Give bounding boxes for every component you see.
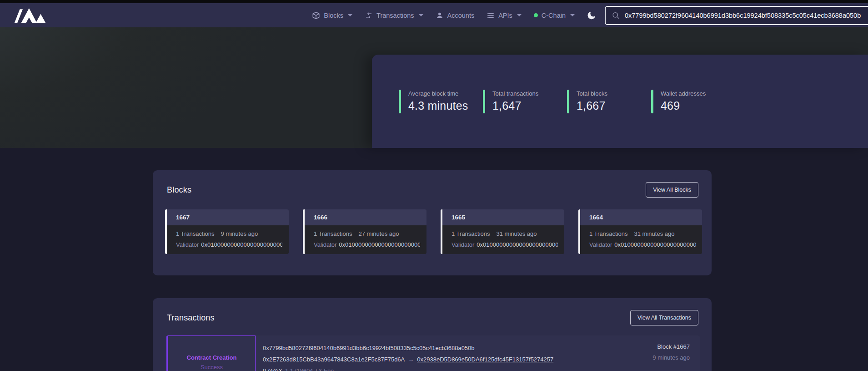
navbar: Blocks Transactions Accounts APIs [0, 3, 868, 27]
nav-menu: Blocks Transactions Accounts APIs [300, 6, 868, 25]
block-tile[interactable]: 1664 1 Transactions31 minutes ago Valida… [578, 209, 702, 254]
stat-average-block-time: Average block time 4.3 minutes [399, 90, 483, 113]
block-tx-count: 1 Transactions [314, 230, 352, 237]
block-tile[interactable]: 1667 1 Transactions9 minutes ago Validat… [165, 209, 289, 254]
transactions-section-card: Transactions View All Transactions Contr… [153, 298, 712, 371]
transactions-section-title: Transactions [167, 313, 215, 323]
stat-value: 1,647 [492, 99, 538, 112]
stat-label: Total blocks [577, 90, 607, 97]
search-input[interactable] [625, 12, 865, 19]
stat-value: 4.3 minutes [408, 99, 468, 112]
nav-item-label: APIs [498, 12, 512, 19]
block-tx-count: 1 Transactions [176, 230, 215, 237]
stat-label: Total transactions [492, 90, 538, 97]
stat-accent-bar [483, 90, 485, 113]
stat-wallet-addresses: Wallet addresses 469 [651, 90, 735, 113]
transaction-row[interactable]: Contract Creation Success 0x7799bd580272… [166, 335, 700, 371]
nav-item-label: Transactions [376, 12, 414, 19]
avalanche-logo[interactable] [13, 8, 47, 23]
theme-toggle[interactable] [587, 10, 597, 20]
hero-section: Average block time 4.3 minutes Total tra… [0, 27, 868, 148]
nav-item-apis[interactable]: APIs [487, 11, 522, 20]
block-tiles: 1667 1 Transactions9 minutes ago Validat… [165, 209, 702, 254]
window-top-strip [0, 0, 868, 3]
block-number[interactable]: 1666 [305, 209, 426, 225]
from-address[interactable]: 0x2E7263d815CbB43a9647843C8a1e2F5c87F75d… [263, 356, 405, 363]
stat-value: 1,667 [577, 99, 607, 112]
validator-address: 0x010000000000000000000000... [339, 241, 420, 248]
validator-label: Validator [452, 241, 474, 248]
chevron-down-icon [419, 14, 423, 16]
view-all-transactions-button[interactable]: View All Transactions [630, 310, 698, 325]
nav-item-accounts[interactable]: Accounts [436, 11, 475, 20]
block-number[interactable]: 1665 [442, 209, 564, 225]
moon-icon [587, 10, 597, 20]
blocks-section-card: Blocks View All Blocks 1667 1 Transactio… [153, 170, 712, 275]
block-tile[interactable]: 1666 1 Transactions27 minutes ago Valida… [303, 209, 426, 254]
transaction-hash[interactable]: 0x7799bd580272f9604140b6991d3bb6c19924bf… [263, 345, 618, 351]
block-number[interactable]: 1664 [580, 209, 702, 225]
stat-total-blocks: Total blocks 1,667 [567, 90, 651, 113]
transaction-block-link[interactable]: Block #1667 [618, 343, 690, 350]
to-address-link[interactable]: 0x2938eD5D869e50DA6f125dfc45F13157f52742… [417, 356, 553, 363]
nav-item-label: C-Chain [542, 12, 566, 19]
validator-address: 0x010000000000000000000000... [201, 241, 282, 248]
sliders-icon [487, 11, 495, 20]
validator-address: 0x010000000000000000000000... [477, 241, 558, 248]
transaction-fee: 1.1718604 TX Fee [285, 367, 334, 371]
stat-accent-bar [567, 90, 569, 113]
transaction-status: Success [201, 364, 223, 371]
person-icon [436, 11, 444, 20]
stat-total-transactions: Total transactions 1,647 [483, 90, 567, 113]
search-icon [612, 11, 620, 20]
block-tx-count: 1 Transactions [452, 230, 490, 237]
block-age: 27 minutes ago [359, 230, 399, 237]
nav-item-blocks[interactable]: Blocks [312, 11, 352, 20]
blocks-section-title: Blocks [167, 185, 191, 195]
arrow-right-icon: → [408, 356, 414, 363]
chevron-down-icon [348, 14, 352, 16]
stats-panel: Average block time 4.3 minutes Total tra… [372, 55, 868, 148]
view-all-blocks-button[interactable]: View All Blocks [646, 182, 698, 198]
chevron-down-icon [570, 14, 575, 16]
block-age: 31 minutes ago [634, 230, 675, 237]
search-bar [605, 6, 868, 25]
stat-accent-bar [651, 90, 653, 113]
nav-item-transactions[interactable]: Transactions [365, 11, 423, 20]
block-tile[interactable]: 1665 1 Transactions31 minutes ago Valida… [441, 209, 564, 254]
transaction-age: 9 minutes ago [618, 354, 690, 361]
block-tx-count: 1 Transactions [589, 230, 628, 237]
nav-item-chain-selector[interactable]: C-Chain [534, 12, 575, 19]
validator-label: Validator [589, 241, 612, 248]
transaction-type-cell: Contract Creation Success [166, 335, 256, 371]
stat-value: 469 [661, 99, 706, 112]
transaction-amount: 0 AVAX [263, 367, 282, 371]
stat-label: Wallet addresses [661, 90, 706, 97]
validator-label: Validator [314, 241, 336, 248]
transaction-meta: Block #1667 9 minutes ago [618, 335, 700, 371]
stat-label: Average block time [408, 90, 468, 97]
nav-item-label: Accounts [447, 12, 475, 19]
swap-arrows-icon [365, 11, 373, 20]
block-age: 31 minutes ago [497, 230, 537, 237]
cube-icon [312, 11, 320, 20]
block-number[interactable]: 1667 [167, 209, 289, 225]
chevron-down-icon [517, 14, 522, 16]
nav-item-label: Blocks [324, 12, 343, 19]
block-age: 9 minutes ago [221, 230, 258, 237]
validator-address: 0x010000000000000000000000... [614, 241, 696, 248]
stat-accent-bar [399, 90, 401, 113]
transaction-details: 0x7799bd580272f9604140b6991d3bb6c19924bf… [256, 335, 618, 371]
validator-label: Validator [176, 241, 199, 248]
chain-status-dot-icon [534, 13, 538, 17]
transaction-type: Contract Creation [187, 354, 237, 361]
